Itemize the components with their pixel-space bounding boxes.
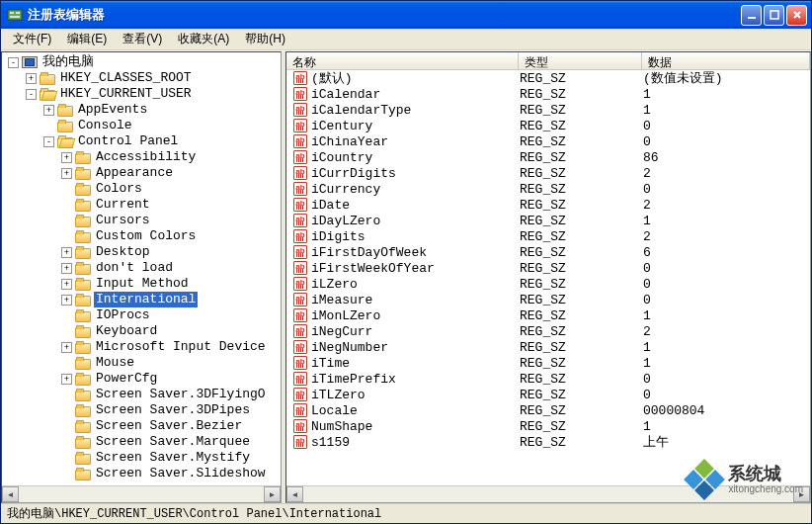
expand-icon[interactable]: + bbox=[61, 342, 72, 353]
tree-node-label[interactable]: Console bbox=[76, 118, 134, 133]
value-row[interactable]: iTLZeroREG_SZ0 bbox=[286, 387, 810, 402]
tree-node-label[interactable]: Desktop bbox=[94, 244, 152, 260]
tree-node-label[interactable]: Accessibility bbox=[94, 149, 198, 165]
tree-node-label[interactable]: PowerCfg bbox=[94, 371, 159, 387]
values-list[interactable]: (默认)REG_SZ(数值未设置)iCalendarREG_SZ1iCalend… bbox=[286, 70, 810, 485]
tree-node-label[interactable]: HKEY_CURRENT_USER bbox=[58, 86, 194, 102]
tree-node[interactable]: Current bbox=[2, 197, 281, 213]
scroll-left-icon[interactable]: ◄ bbox=[286, 486, 303, 502]
value-row[interactable]: NumShapeREG_SZ1 bbox=[286, 418, 810, 434]
value-row[interactable]: iDateREG_SZ2 bbox=[286, 197, 810, 213]
expand-icon[interactable]: + bbox=[61, 279, 72, 290]
tree-node[interactable]: +Appearance bbox=[2, 165, 281, 181]
tree-node-label[interactable]: Mouse bbox=[94, 355, 136, 371]
tree-node[interactable]: +AppEvents bbox=[2, 102, 281, 118]
tree-node-label[interactable]: Screen Saver.3DPipes bbox=[94, 402, 252, 418]
value-row[interactable]: iCurrDigitsREG_SZ2 bbox=[286, 165, 810, 181]
value-row[interactable]: iChinaYearREG_SZ0 bbox=[286, 133, 810, 149]
list-header[interactable]: 名称 类型 数据 bbox=[286, 52, 810, 70]
tree-node-label[interactable]: Screen Saver.Slideshow bbox=[94, 466, 268, 481]
value-row[interactable]: iTimePrefixREG_SZ0 bbox=[286, 371, 810, 387]
scroll-right-icon[interactable]: ► bbox=[264, 486, 281, 502]
tree-node-label[interactable]: Screen Saver.Bezier bbox=[94, 418, 244, 434]
value-row[interactable]: iCalendarREG_SZ1 bbox=[286, 86, 810, 102]
tree-node[interactable]: +Desktop bbox=[2, 244, 281, 260]
tree-node[interactable]: +Accessibility bbox=[2, 149, 281, 165]
col-name[interactable]: 名称 bbox=[286, 52, 519, 69]
value-row[interactable]: s1159REG_SZ上午 bbox=[286, 434, 810, 450]
expand-icon[interactable]: + bbox=[61, 168, 72, 179]
tree-node-label[interactable]: International bbox=[94, 292, 198, 307]
value-row[interactable]: iFirstWeekOfYearREG_SZ0 bbox=[286, 260, 810, 276]
tree-node-label[interactable]: IOProcs bbox=[94, 307, 152, 323]
tree-node[interactable]: Custom Colors bbox=[2, 228, 281, 244]
value-row[interactable]: iCountryREG_SZ86 bbox=[286, 149, 810, 165]
tree-node-label[interactable]: HKEY_CLASSES_ROOT bbox=[58, 70, 194, 86]
titlebar[interactable]: 注册表编辑器 bbox=[1, 1, 811, 29]
expand-icon[interactable]: + bbox=[61, 263, 72, 274]
tree-node[interactable]: +PowerCfg bbox=[2, 371, 281, 387]
collapse-icon[interactable]: - bbox=[8, 57, 19, 68]
tree-node[interactable]: IOProcs bbox=[2, 307, 281, 323]
tree-node-label[interactable]: AppEvents bbox=[76, 102, 149, 118]
tree-node-label[interactable]: Cursors bbox=[94, 213, 152, 228]
expand-icon[interactable]: + bbox=[61, 247, 72, 258]
tree-node-label[interactable]: 我的电脑 bbox=[41, 54, 96, 70]
col-type[interactable]: 类型 bbox=[519, 52, 642, 69]
value-row[interactable]: iMeasureREG_SZ0 bbox=[286, 292, 810, 307]
menu-file[interactable]: 文件(F) bbox=[5, 29, 59, 49]
value-row[interactable]: (默认)REG_SZ(数值未设置) bbox=[286, 70, 810, 86]
menu-edit[interactable]: 编辑(E) bbox=[59, 29, 115, 49]
tree-node-label[interactable]: Screen Saver.Marquee bbox=[94, 434, 252, 450]
menu-favorites[interactable]: 收藏夹(A) bbox=[170, 29, 237, 49]
tree-node[interactable]: Screen Saver.Slideshow bbox=[2, 466, 281, 481]
tree-node[interactable]: Screen Saver.Marquee bbox=[2, 434, 281, 450]
tree-node[interactable]: Screen Saver.3DFlyingO bbox=[2, 387, 281, 402]
collapse-icon[interactable]: - bbox=[43, 136, 54, 147]
tree-node-label[interactable]: Screen Saver.3DFlyingO bbox=[94, 387, 268, 402]
maximize-button[interactable] bbox=[764, 5, 784, 26]
expand-icon[interactable]: + bbox=[26, 73, 37, 84]
tree-node-label[interactable]: Input Method bbox=[94, 276, 191, 292]
tree-node[interactable]: +Microsoft Input Device bbox=[2, 339, 281, 355]
value-row[interactable]: iLZeroREG_SZ0 bbox=[286, 276, 810, 292]
tree-node[interactable]: -Control Panel bbox=[2, 133, 281, 149]
tree-node[interactable]: Console bbox=[2, 118, 281, 133]
tree-node[interactable]: Colors bbox=[2, 181, 281, 197]
col-data[interactable]: 数据 bbox=[642, 52, 810, 69]
tree-node-label[interactable]: Custom Colors bbox=[94, 228, 198, 244]
tree-node-label[interactable]: Screen Saver.Mystify bbox=[94, 450, 252, 466]
close-button[interactable] bbox=[786, 5, 807, 26]
tree-node-label[interactable]: don't load bbox=[94, 260, 175, 276]
expand-icon[interactable]: + bbox=[61, 152, 72, 163]
tree-node[interactable]: +HKEY_CLASSES_ROOT bbox=[2, 70, 281, 86]
tree-node[interactable]: Keyboard bbox=[2, 323, 281, 339]
tree-node-label[interactable]: Colors bbox=[94, 181, 144, 197]
tree-node[interactable]: Mouse bbox=[2, 355, 281, 371]
expand-icon[interactable]: + bbox=[61, 295, 72, 306]
value-row[interactable]: iDigitsREG_SZ2 bbox=[286, 228, 810, 244]
tree-node-label[interactable]: Microsoft Input Device bbox=[94, 339, 268, 355]
tree-node[interactable]: Screen Saver.Bezier bbox=[2, 418, 281, 434]
tree-node[interactable]: +International bbox=[2, 292, 281, 307]
list-hscrollbar[interactable]: ◄ ► bbox=[286, 485, 810, 502]
value-row[interactable]: iMonLZeroREG_SZ1 bbox=[286, 307, 810, 323]
tree-node[interactable]: +don't load bbox=[2, 260, 281, 276]
value-row[interactable]: iCenturyREG_SZ0 bbox=[286, 118, 810, 133]
tree-node[interactable]: Screen Saver.3DPipes bbox=[2, 402, 281, 418]
tree-node-label[interactable]: Control Panel bbox=[76, 133, 180, 149]
value-row[interactable]: iCalendarTypeREG_SZ1 bbox=[286, 102, 810, 118]
tree-node[interactable]: Cursors bbox=[2, 213, 281, 228]
value-row[interactable]: LocaleREG_SZ00000804 bbox=[286, 402, 810, 418]
minimize-button[interactable] bbox=[741, 5, 762, 26]
tree-node-label[interactable]: Current bbox=[94, 197, 152, 213]
registry-tree[interactable]: -我的电脑+HKEY_CLASSES_ROOT-HKEY_CURRENT_USE… bbox=[2, 52, 281, 485]
tree-node[interactable]: -HKEY_CURRENT_USER bbox=[2, 86, 281, 102]
tree-hscrollbar[interactable]: ◄ ► bbox=[2, 485, 281, 502]
value-row[interactable]: iFirstDayOfWeekREG_SZ6 bbox=[286, 244, 810, 260]
scroll-left-icon[interactable]: ◄ bbox=[2, 486, 19, 502]
tree-node-label[interactable]: Keyboard bbox=[94, 323, 159, 339]
value-row[interactable]: iTimeREG_SZ1 bbox=[286, 355, 810, 371]
value-row[interactable]: iNegNumberREG_SZ1 bbox=[286, 339, 810, 355]
tree-node[interactable]: Screen Saver.Mystify bbox=[2, 450, 281, 466]
